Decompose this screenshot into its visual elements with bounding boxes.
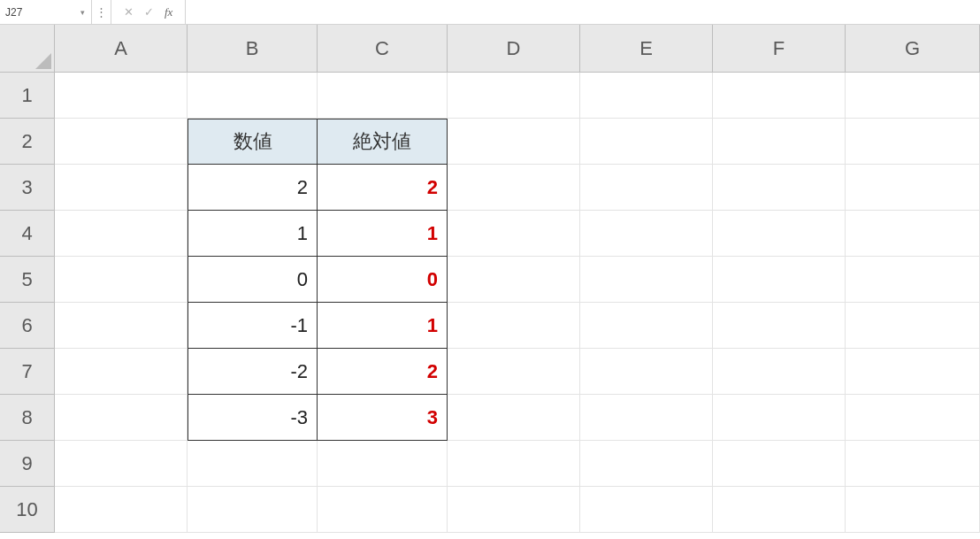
- cell-G4[interactable]: [846, 211, 980, 257]
- table-row: 0 0: [55, 257, 980, 303]
- cell-G9[interactable]: [846, 441, 980, 487]
- select-all-icon: [35, 53, 51, 69]
- chevron-down-icon[interactable]: ▾: [79, 9, 86, 16]
- col-header-B[interactable]: B: [188, 25, 318, 73]
- cell-E2[interactable]: [580, 119, 713, 165]
- row-header-4[interactable]: 4: [0, 211, 55, 257]
- cell-A2[interactable]: [55, 119, 188, 165]
- cell-B5[interactable]: 0: [188, 257, 318, 303]
- cell-B9[interactable]: [188, 441, 318, 487]
- table-row: 1 1: [55, 211, 980, 257]
- table-row: 2 2: [55, 165, 980, 211]
- cell-G5[interactable]: [846, 257, 980, 303]
- cell-E6[interactable]: [580, 303, 713, 349]
- cell-C2[interactable]: 絶対値: [318, 119, 448, 165]
- cell-A8[interactable]: [55, 395, 188, 441]
- cell-A7[interactable]: [55, 349, 188, 395]
- cell-C1[interactable]: [318, 73, 448, 119]
- cell-A5[interactable]: [55, 257, 188, 303]
- formula-input[interactable]: [186, 0, 980, 24]
- cell-F5[interactable]: [713, 257, 846, 303]
- cell-G8[interactable]: [846, 395, 980, 441]
- cell-B2[interactable]: 数値: [188, 119, 318, 165]
- cell-B6[interactable]: -1: [188, 303, 318, 349]
- select-all-corner[interactable]: [0, 25, 55, 73]
- cell-D10[interactable]: [448, 487, 580, 533]
- row-header-2[interactable]: 2: [0, 119, 55, 165]
- row-header-9[interactable]: 9: [0, 441, 55, 487]
- col-header-D[interactable]: D: [448, 25, 580, 73]
- row-header-5[interactable]: 5: [0, 257, 55, 303]
- cell-B1[interactable]: [188, 73, 318, 119]
- row-headers: 1 2 3 4 5 6 7 8 9 10: [0, 73, 55, 533]
- cell-C3[interactable]: 2: [318, 165, 448, 211]
- cell-G6[interactable]: [846, 303, 980, 349]
- cell-C6[interactable]: 1: [318, 303, 448, 349]
- row-header-8[interactable]: 8: [0, 395, 55, 441]
- cell-G7[interactable]: [846, 349, 980, 395]
- cell-A4[interactable]: [55, 211, 188, 257]
- cell-G3[interactable]: [846, 165, 980, 211]
- cell-F7[interactable]: [713, 349, 846, 395]
- cancel-icon[interactable]: ✕: [124, 5, 134, 19]
- cell-D3[interactable]: [448, 165, 580, 211]
- row-header-6[interactable]: 6: [0, 303, 55, 349]
- cell-F4[interactable]: [713, 211, 846, 257]
- cell-A10[interactable]: [55, 487, 188, 533]
- cell-D9[interactable]: [448, 441, 580, 487]
- fx-icon[interactable]: fx: [165, 5, 172, 19]
- cell-F3[interactable]: [713, 165, 846, 211]
- cell-B7[interactable]: -2: [188, 349, 318, 395]
- cell-C10[interactable]: [318, 487, 448, 533]
- cell-B8[interactable]: -3: [188, 395, 318, 441]
- cell-D8[interactable]: [448, 395, 580, 441]
- cell-F10[interactable]: [713, 487, 846, 533]
- cell-B4[interactable]: 1: [188, 211, 318, 257]
- cell-C4[interactable]: 1: [318, 211, 448, 257]
- cell-C7[interactable]: 2: [318, 349, 448, 395]
- cell-D2[interactable]: [448, 119, 580, 165]
- cell-G2[interactable]: [846, 119, 980, 165]
- cell-F8[interactable]: [713, 395, 846, 441]
- cell-F1[interactable]: [713, 73, 846, 119]
- cell-F2[interactable]: [713, 119, 846, 165]
- row-header-7[interactable]: 7: [0, 349, 55, 395]
- col-header-A[interactable]: A: [55, 25, 188, 73]
- cell-D6[interactable]: [448, 303, 580, 349]
- cell-A3[interactable]: [55, 165, 188, 211]
- cell-D5[interactable]: [448, 257, 580, 303]
- col-header-E[interactable]: E: [580, 25, 713, 73]
- cell-F9[interactable]: [713, 441, 846, 487]
- col-header-C[interactable]: C: [318, 25, 448, 73]
- cell-F6[interactable]: [713, 303, 846, 349]
- cell-A1[interactable]: [55, 73, 188, 119]
- cell-G1[interactable]: [846, 73, 980, 119]
- cell-A9[interactable]: [55, 441, 188, 487]
- enter-icon[interactable]: ✓: [144, 5, 154, 19]
- cell-E4[interactable]: [580, 211, 713, 257]
- cell-B10[interactable]: [188, 487, 318, 533]
- cell-G10[interactable]: [846, 487, 980, 533]
- cell-D7[interactable]: [448, 349, 580, 395]
- cell-E8[interactable]: [580, 395, 713, 441]
- row-header-3[interactable]: 3: [0, 165, 55, 211]
- cell-D1[interactable]: [448, 73, 580, 119]
- formula-bar-drag-handle[interactable]: ⋮: [92, 0, 111, 24]
- name-box[interactable]: J27 ▾: [0, 0, 92, 24]
- cell-E5[interactable]: [580, 257, 713, 303]
- cell-E3[interactable]: [580, 165, 713, 211]
- row-header-10[interactable]: 10: [0, 487, 55, 533]
- col-header-G[interactable]: G: [846, 25, 980, 73]
- col-header-F[interactable]: F: [713, 25, 846, 73]
- cell-D4[interactable]: [448, 211, 580, 257]
- cell-C5[interactable]: 0: [318, 257, 448, 303]
- cell-E9[interactable]: [580, 441, 713, 487]
- cell-C9[interactable]: [318, 441, 448, 487]
- cell-E10[interactable]: [580, 487, 713, 533]
- cell-C8[interactable]: 3: [318, 395, 448, 441]
- cell-B3[interactable]: 2: [188, 165, 318, 211]
- row-header-1[interactable]: 1: [0, 73, 55, 119]
- cell-E7[interactable]: [580, 349, 713, 395]
- cell-E1[interactable]: [580, 73, 713, 119]
- cell-A6[interactable]: [55, 303, 188, 349]
